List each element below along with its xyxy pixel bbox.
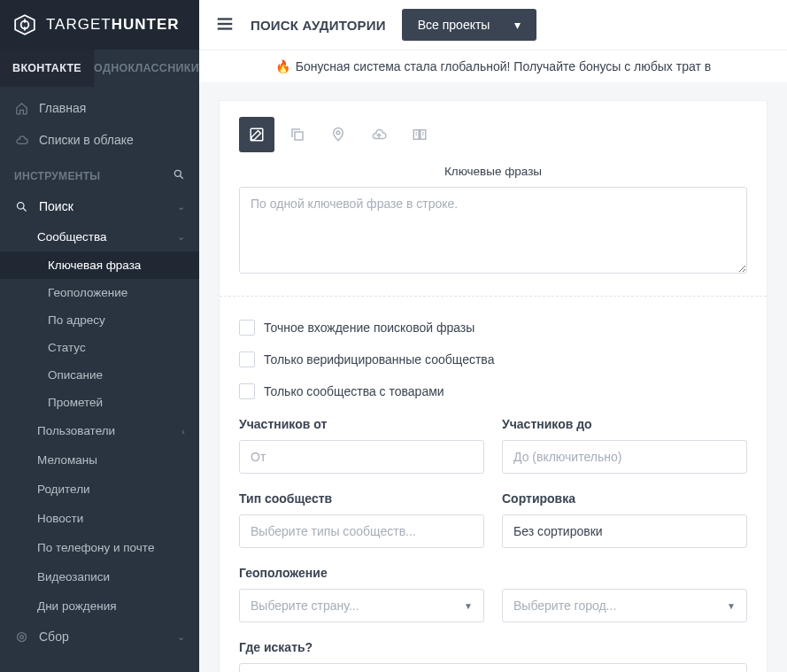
sub-birthdays[interactable]: Дни рождения <box>0 591 199 621</box>
ss-description[interactable]: Описание <box>0 361 199 389</box>
projects-dropdown[interactable]: Все проекты ▾ <box>402 9 537 41</box>
sort-value: Без сортировки <box>513 524 603 538</box>
nav-home-label: Главная <box>39 101 86 115</box>
svg-line-5 <box>180 175 182 178</box>
ss-key-phrase[interactable]: Ключевая фраза <box>0 251 199 279</box>
key-phrases-label: Ключевые фразы <box>239 165 747 178</box>
logo-text: TARGETHUNTER <box>46 16 180 34</box>
hamburger-icon[interactable] <box>215 14 235 36</box>
checkbox-verified[interactable] <box>239 351 255 367</box>
nav-search[interactable]: Поиск ⌄ <box>0 190 199 222</box>
logo-icon <box>12 12 37 37</box>
home-icon <box>14 101 28 115</box>
check-goods-row: Только сообщества с товарами <box>239 380 747 399</box>
svg-point-15 <box>336 131 340 135</box>
projects-label: Все проекты <box>418 18 490 32</box>
sub-phone-mail[interactable]: По телефону и почте <box>0 533 199 562</box>
tab-odnoklassniki[interactable]: ОДНОКЛАССНИКИ <box>94 50 199 87</box>
caret-down-icon: ▾ <box>514 18 521 32</box>
chevron-down-icon: ⌄ <box>177 631 185 643</box>
nav-cloud-lists-label: Списки в облаке <box>39 133 134 147</box>
notice-text: Бонусная система стала глобальной! Получ… <box>296 59 711 73</box>
svg-point-9 <box>19 635 23 638</box>
sub-communities[interactable]: Сообщества ⌄ <box>0 222 199 251</box>
target-icon <box>14 630 28 644</box>
caret-down-icon: ▼ <box>464 601 473 611</box>
sort-label: Сортировка <box>502 491 747 506</box>
topbar: ПОИСК АУДИТОРИИ Все проекты ▾ <box>199 0 787 50</box>
sub-videos[interactable]: Видеозаписи <box>0 562 199 591</box>
svg-point-6 <box>17 202 24 209</box>
svg-point-8 <box>17 632 26 641</box>
city-placeholder: Выберите город... <box>513 599 616 613</box>
tool-cloud-upload[interactable] <box>361 117 397 152</box>
country-select[interactable]: Выберите страну... ▼ <box>239 589 484 622</box>
where-label: Где искать? <box>239 640 747 654</box>
content: Ключевые фразы Точное вхождение поисково… <box>199 82 787 672</box>
sub-users[interactable]: Пользователи ‹ <box>0 416 199 445</box>
svg-point-4 <box>174 170 181 176</box>
tool-copy[interactable] <box>280 117 315 152</box>
checkbox-exact-match[interactable] <box>239 320 255 336</box>
chevron-down-icon: ⌄ <box>177 201 185 212</box>
svg-rect-14 <box>295 132 303 140</box>
sort-select[interactable]: Без сортировки <box>502 514 747 548</box>
tool-edit[interactable] <box>239 117 274 152</box>
social-tabs: ВКОНТАКТЕ ОДНОКЛАССНИКИ <box>0 50 199 87</box>
members-from-input[interactable] <box>239 440 484 474</box>
sub-news[interactable]: Новости <box>0 504 199 533</box>
city-select[interactable]: Выберите город... ▼ <box>502 589 747 622</box>
nav-collect[interactable]: Сбор ⌄ <box>0 621 199 653</box>
chevron-left-icon: ‹ <box>181 426 185 436</box>
nav: Главная Списки в облаке ИНСТРУМЕНТЫ Поис… <box>0 87 199 672</box>
notice-bar: 🔥 Бонусная система стала глобальной! Пол… <box>199 50 787 82</box>
members-to-input[interactable] <box>502 440 747 474</box>
tab-vkontakte[interactable]: ВКОНТАКТЕ <box>0 50 94 87</box>
chevron-down-icon: ⌄ <box>177 231 185 243</box>
main: ПОИСК АУДИТОРИИ Все проекты ▾ 🔥 Бонусная… <box>199 0 787 672</box>
country-placeholder: Выберите страну... <box>251 599 359 613</box>
logo-bar: TARGETHUNTER <box>0 0 199 50</box>
fire-icon: 🔥 <box>275 59 290 73</box>
check-exact-match-row: Точное вхождение поисковой фразы <box>239 316 747 336</box>
geo-label: Геоположение <box>239 566 747 580</box>
nav-search-label: Поиск <box>39 199 73 213</box>
members-to-label: Участников до <box>502 417 747 431</box>
nav-home[interactable]: Главная <box>0 92 199 124</box>
svg-line-7 <box>23 208 26 211</box>
tool-location[interactable] <box>320 117 356 152</box>
svg-rect-13 <box>251 128 263 141</box>
subsubnav-communities: Ключевая фраза Геоположение По адресу Ст… <box>0 251 199 416</box>
search-tools-icon[interactable] <box>173 168 185 183</box>
ss-status[interactable]: Статус <box>0 334 199 361</box>
type-select[interactable]: Выберите типы сообществ... <box>239 514 484 548</box>
cloud-icon <box>14 133 28 147</box>
tool-book[interactable] <box>402 117 437 152</box>
separator <box>220 296 767 297</box>
label-exact-match: Точное вхождение поисковой фразы <box>264 321 475 335</box>
search-icon <box>14 199 28 213</box>
subnav-search: Сообщества ⌄ Ключевая фраза Геоположение… <box>0 222 199 621</box>
key-phrases-input[interactable] <box>239 187 747 274</box>
card-toolbar <box>239 117 747 152</box>
ss-address[interactable]: По адресу <box>0 306 199 334</box>
page-title: ПОИСК АУДИТОРИИ <box>251 18 386 33</box>
type-label: Тип сообществ <box>239 491 484 506</box>
where-select[interactable]: Только в TargetHunter <box>239 663 747 672</box>
nav-collect-label: Сбор <box>39 630 69 644</box>
check-verified-row: Только верифицированные сообщества <box>239 348 747 367</box>
members-from-label: Участников от <box>239 417 484 431</box>
label-goods: Только сообщества с товарами <box>264 384 444 398</box>
label-verified: Только верифицированные сообщества <box>264 352 494 367</box>
ss-geo[interactable]: Геоположение <box>0 279 199 306</box>
svg-marker-0 <box>15 15 35 35</box>
type-placeholder: Выберите типы сообществ... <box>251 524 416 538</box>
sub-parents[interactable]: Родители <box>0 475 199 504</box>
sub-melomans[interactable]: Меломаны <box>0 445 199 475</box>
nav-section-tools: ИНСТРУМЕНТЫ <box>0 156 199 190</box>
checkbox-goods[interactable] <box>239 383 255 399</box>
form-card: Ключевые фразы Точное вхождение поисково… <box>219 100 768 672</box>
sidebar: TARGETHUNTER ВКОНТАКТЕ ОДНОКЛАССНИКИ Гла… <box>0 0 199 672</box>
ss-prometheus[interactable]: Прометей <box>0 389 199 416</box>
nav-cloud-lists[interactable]: Списки в облаке <box>0 124 199 156</box>
